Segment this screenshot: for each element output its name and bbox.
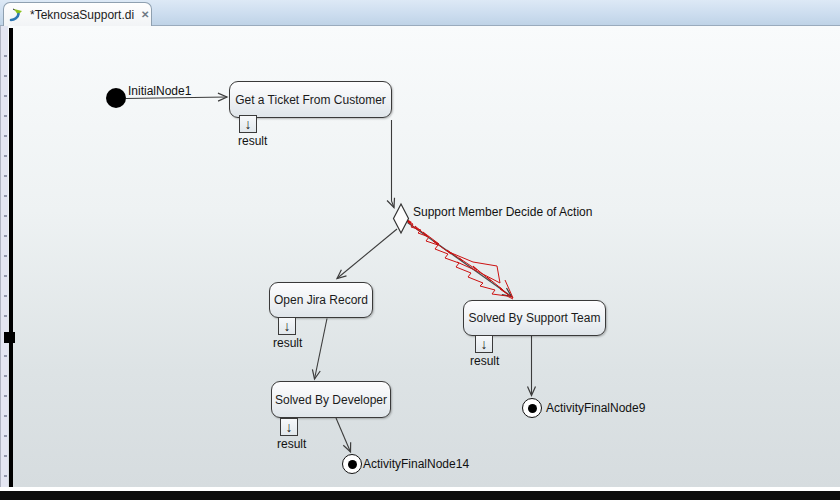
output-pin-solved-support[interactable]: ↓: [475, 335, 493, 353]
activity-final-node-14[interactable]: [342, 454, 362, 474]
output-pin-open-jira[interactable]: ↓: [278, 317, 296, 335]
output-pin-solved-developer[interactable]: ↓: [280, 418, 298, 436]
pin-label: result: [273, 336, 302, 350]
output-pin-get-ticket[interactable]: ↓: [239, 115, 257, 133]
editor-tab-bar: *TeknosaSupport.di ✕: [0, 0, 840, 26]
pin-label: result: [277, 437, 306, 451]
action-node-solved-support[interactable]: Solved By Support Team: [463, 300, 606, 336]
tab-teknosasupport[interactable]: *TeknosaSupport.di ✕: [3, 2, 152, 26]
pin-arrow-icon: ↓: [286, 420, 293, 434]
action-label: Get a Ticket From Customer: [235, 93, 386, 107]
action-node-get-ticket[interactable]: Get a Ticket From Customer: [229, 81, 392, 118]
pin-arrow-icon: ↓: [284, 319, 291, 333]
final-node-label: ActivityFinalNode9: [546, 401, 645, 415]
edge-get-ticket-to-decision[interactable]: [392, 120, 395, 208]
final-node-dot: [528, 404, 537, 413]
activity-final-node-9[interactable]: [522, 398, 542, 418]
action-node-open-jira[interactable]: Open Jira Record: [269, 282, 373, 318]
initial-node-label: InitialNode1: [128, 84, 191, 98]
papyrus-app-icon: [9, 7, 25, 23]
tab-title: *TeknosaSupport.di: [30, 8, 134, 22]
diagram-canvas[interactable]: InitialNode1 Get a Ticket From Customer …: [0, 26, 840, 487]
tab-close-icon[interactable]: ✕: [141, 9, 149, 20]
final-node-dot: [348, 460, 357, 469]
edge-decision-to-open-jira[interactable]: [337, 229, 397, 279]
action-label: Open Jira Record: [274, 293, 368, 307]
bottom-black-bar: [0, 491, 840, 500]
decision-node-label: Support Member Decide of Action: [413, 205, 592, 219]
action-label: Solved By Developer: [275, 393, 387, 407]
initial-node[interactable]: [106, 88, 126, 108]
edge-solved-developer-to-final14[interactable]: [336, 418, 351, 452]
pin-label: result: [238, 134, 267, 148]
pin-arrow-icon: ↓: [245, 117, 252, 131]
edge-layer: [1, 26, 840, 487]
papyrus-editor-window: *TeknosaSupport.di ✕: [0, 0, 840, 500]
action-node-solved-developer[interactable]: Solved By Developer: [271, 381, 391, 418]
decision-node[interactable]: [394, 204, 409, 233]
pin-arrow-icon: ↓: [481, 337, 488, 351]
edge-open-jira-to-solved-developer[interactable]: [315, 319, 328, 380]
final-node-label: ActivityFinalNode14: [363, 457, 469, 471]
edge-decision-to-solved-support[interactable]: [408, 223, 512, 297]
action-label: Solved By Support Team: [469, 311, 601, 325]
pin-label: result: [470, 354, 499, 368]
